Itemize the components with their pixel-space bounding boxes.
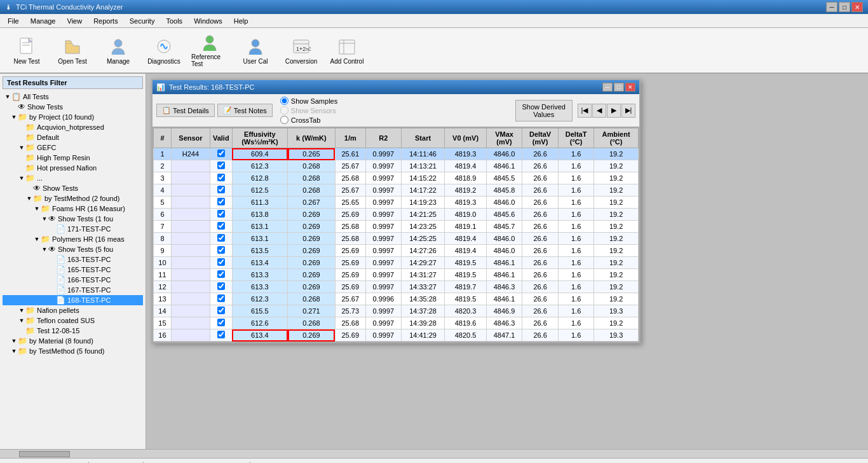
- valid-checkbox[interactable]: [217, 149, 225, 157]
- sidebar-item-foams-hr[interactable]: ▼ 📁 Foams HR (16 Measur): [3, 204, 143, 214]
- manage-button[interactable]: Manage: [97, 31, 140, 69]
- nav-prev-button[interactable]: ◀: [592, 104, 606, 118]
- cell-valid[interactable]: [210, 209, 232, 221]
- conversion-button[interactable]: 1+2=3 Conversion: [280, 31, 323, 69]
- valid-checkbox[interactable]: [217, 186, 225, 193]
- sidebar-item-by-testmethod-2[interactable]: ▼ 📁 by TestMethod (5 found): [3, 346, 143, 356]
- test-details-tab[interactable]: 📋 Test Details: [156, 104, 215, 117]
- valid-checkbox[interactable]: [217, 198, 225, 205]
- valid-checkbox[interactable]: [217, 174, 225, 181]
- cell-valid[interactable]: [210, 233, 232, 245]
- show-samples-radio[interactable]: [280, 97, 288, 105]
- cell-valid[interactable]: [210, 281, 232, 293]
- cell-valid[interactable]: [210, 221, 232, 233]
- sidebar-item-167[interactable]: 📄 167-TEST-PC: [3, 285, 143, 295]
- sidebar-item-hot-pressed-nafion[interactable]: 📁 Hot pressed Nafion: [3, 163, 143, 173]
- table-row[interactable]: 15 612.6 0.268 25.68 0.9997 14:39:28 481…: [154, 317, 639, 329]
- cell-valid[interactable]: [210, 305, 232, 317]
- sidebar-item-show-tests-2[interactable]: 👁 Show Tests: [3, 183, 143, 193]
- sidebar-item-171[interactable]: 📄 171-TEST-PC: [3, 224, 143, 234]
- maximize-button[interactable]: □: [839, 2, 850, 12]
- menu-view[interactable]: View: [62, 16, 88, 26]
- table-row[interactable]: 14 615.5 0.271 25.73 0.9997 14:37:28 482…: [154, 305, 639, 317]
- valid-checkbox[interactable]: [217, 234, 225, 242]
- valid-checkbox[interactable]: [217, 270, 225, 278]
- cell-valid[interactable]: [210, 257, 232, 269]
- cell-valid[interactable]: [210, 148, 232, 160]
- crosstab-radio[interactable]: [280, 116, 288, 124]
- scrollbar-thumb[interactable]: [19, 451, 70, 457]
- sidebar-item-acquvion[interactable]: 📁 Acquvion_hotpressed: [3, 122, 143, 132]
- results-close-button[interactable]: ✕: [625, 83, 635, 92]
- diagnostics-button[interactable]: Diagnostics: [142, 31, 186, 69]
- sidebar-item-polymers-hr[interactable]: ▼ 📁 Polymers HR (16 meas: [3, 234, 143, 244]
- cell-valid[interactable]: [210, 160, 232, 172]
- valid-checkbox[interactable]: [217, 162, 225, 169]
- sidebar-item-168[interactable]: 📄 168-TEST-PC: [3, 295, 143, 305]
- menu-file[interactable]: File: [3, 16, 24, 26]
- valid-checkbox[interactable]: [217, 282, 225, 290]
- sidebar-item-all-tests[interactable]: ▼ 📋 All Tests: [3, 92, 143, 102]
- menu-manage[interactable]: Manage: [25, 16, 61, 26]
- sidebar-item-nafion[interactable]: ▼ 📁 Nafion pellets: [3, 305, 143, 315]
- valid-checkbox[interactable]: [217, 307, 225, 314]
- cell-valid[interactable]: [210, 184, 232, 197]
- table-row[interactable]: 4 612.5 0.268 25.67 0.9997 14:17:22 4819…: [154, 184, 639, 197]
- new-test-button[interactable]: New Test: [5, 31, 48, 69]
- sidebar-item-ellipsis[interactable]: ▼ 📁 ...: [3, 173, 143, 183]
- table-row[interactable]: 9 613.5 0.269 25.69 0.9997 14:27:26 4819…: [154, 245, 639, 257]
- valid-checkbox[interactable]: [217, 246, 225, 254]
- menu-tools[interactable]: Tools: [161, 16, 187, 26]
- close-button[interactable]: ✕: [851, 2, 863, 12]
- cell-valid[interactable]: [210, 245, 232, 257]
- cell-valid[interactable]: [210, 172, 232, 184]
- table-row[interactable]: 7 613.1 0.269 25.68 0.9997 14:23:25 4819…: [154, 221, 639, 233]
- table-row[interactable]: 13 612.3 0.268 25.67 0.9996 14:35:28 481…: [154, 293, 639, 305]
- sidebar-item-165[interactable]: 📄 165-TEST-PC: [3, 265, 143, 275]
- minimize-button[interactable]: ─: [826, 2, 837, 12]
- sidebar-item-by-material[interactable]: ▼ 📁 by Material (8 found): [3, 336, 143, 346]
- table-row[interactable]: 11 613.3 0.269 25.69 0.9997 14:31:27 481…: [154, 269, 639, 281]
- reference-test-button[interactable]: Reference Test: [188, 31, 231, 69]
- horizontal-scrollbar[interactable]: [0, 449, 868, 458]
- cell-valid[interactable]: [210, 269, 232, 281]
- table-row[interactable]: 16 613.4 0.269 25.69 0.9997 14:41:29 482…: [154, 329, 639, 342]
- user-cal-button[interactable]: User Cal: [234, 31, 277, 69]
- cell-valid[interactable]: [210, 197, 232, 209]
- sidebar-item-teflon[interactable]: ▼ 📁 Teflon coated SUS: [3, 315, 143, 326]
- sidebar-item-test-12[interactable]: 📁 Test 12-08-15: [3, 326, 143, 336]
- table-row[interactable]: 6 613.8 0.269 25.69 0.9997 14:21:25 4819…: [154, 209, 639, 221]
- table-row[interactable]: 3 612.8 0.268 25.68 0.9997 14:15:22 4818…: [154, 172, 639, 184]
- sidebar-item-show-tests-1[interactable]: 👁 Show Tests: [3, 102, 143, 112]
- open-test-button[interactable]: Open Test: [51, 31, 94, 69]
- valid-checkbox[interactable]: [217, 222, 225, 230]
- table-row[interactable]: 10 613.4 0.269 25.69 0.9997 14:29:27 481…: [154, 257, 639, 269]
- sidebar-item-166[interactable]: 📄 166-TEST-PC: [3, 275, 143, 285]
- nav-last-button[interactable]: ▶|: [621, 104, 635, 118]
- menu-help[interactable]: Help: [229, 16, 254, 26]
- show-derived-button[interactable]: Show Derived Values: [515, 100, 573, 121]
- table-row[interactable]: 1 H244 609.4 0.265 25.61 0.9997 14:11:46…: [154, 148, 639, 160]
- menu-windows[interactable]: Windows: [189, 16, 227, 26]
- valid-checkbox[interactable]: [217, 294, 225, 302]
- show-samples-option[interactable]: Show Samples: [280, 97, 337, 105]
- nav-first-button[interactable]: |◀: [578, 104, 592, 118]
- valid-checkbox[interactable]: [217, 258, 225, 266]
- nav-next-button[interactable]: ▶: [607, 104, 621, 118]
- cell-valid[interactable]: [210, 293, 232, 305]
- sidebar-item-by-project[interactable]: ▼ 📁 by Project (10 found): [3, 112, 143, 122]
- sidebar-item-163[interactable]: 📄 163-TEST-PC: [3, 254, 143, 265]
- valid-checkbox[interactable]: [217, 331, 225, 338]
- results-maximize-button[interactable]: □: [614, 83, 624, 92]
- results-minimize-button[interactable]: ─: [602, 83, 613, 92]
- menu-security[interactable]: Security: [125, 16, 160, 26]
- sidebar-item-by-testmethod[interactable]: ▼ 📁 by TestMethod (2 found): [3, 193, 143, 204]
- add-control-button[interactable]: Add Control: [325, 31, 369, 69]
- show-sensors-radio[interactable]: [280, 106, 288, 114]
- test-notes-tab[interactable]: 📝 Test Notes: [217, 104, 273, 117]
- crosstab-option[interactable]: CrossTab: [280, 116, 337, 124]
- cell-valid[interactable]: [210, 329, 232, 342]
- sidebar-item-show-tests-3[interactable]: ▼ 👁 Show Tests (1 fou: [3, 214, 143, 224]
- valid-checkbox[interactable]: [217, 319, 225, 326]
- table-row[interactable]: 2 612.3 0.268 25.67 0.9997 14:13:21 4819…: [154, 160, 639, 172]
